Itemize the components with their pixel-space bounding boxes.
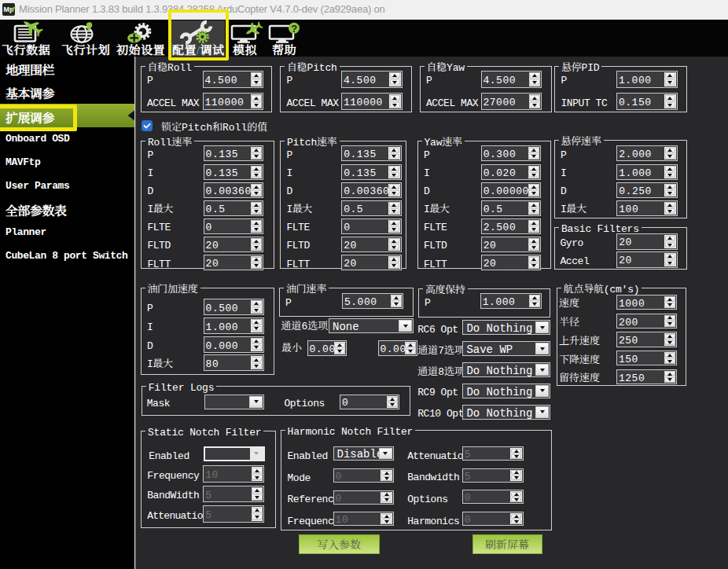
svg-text:?: ? — [291, 23, 297, 35]
